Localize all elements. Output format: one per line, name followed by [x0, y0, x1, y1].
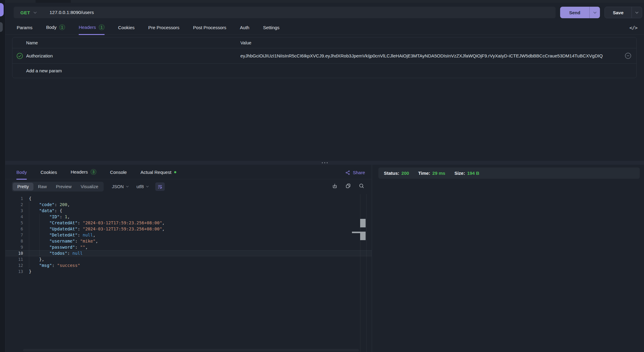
param-name[interactable]: Authorization: [26, 53, 240, 58]
code-line-6: 6 "UpdatedAt": "2024-03-12T17:59:23.256+…: [5, 226, 372, 232]
collapsed-sidebar: [0, 0, 5, 352]
send-options-button[interactable]: [589, 7, 600, 18]
chevron-down-icon: [146, 185, 149, 187]
request-tab-params[interactable]: Params: [17, 25, 33, 35]
save-options-button[interactable]: [632, 7, 642, 18]
sidebar-active-handle[interactable]: [0, 3, 4, 16]
send-button[interactable]: Send: [560, 7, 589, 18]
indent-guide: [29, 208, 29, 214]
view-mode-pretty[interactable]: Pretty: [13, 183, 33, 191]
code-line-8: 8 "username": "mike",: [5, 238, 372, 244]
response-tab-cookies[interactable]: Cookies: [40, 170, 57, 180]
response-toolbar: PrettyRawPreviewVisualize JSON utf8: [5, 179, 372, 194]
send-split-button: Send: [560, 7, 600, 18]
tab-label: Console: [110, 170, 127, 175]
add-param-row[interactable]: Add a new param: [12, 63, 636, 78]
code-line-10: 10 "todos": null: [5, 250, 372, 256]
request-response-pane: GET Send Save ParamsBody1Headers1Cookies…: [5, 3, 644, 352]
remove-param-button[interactable]: [619, 52, 636, 59]
overview-ruler-mark: [360, 232, 366, 240]
view-mode-visualize[interactable]: Visualize: [76, 183, 103, 191]
request-tab-headers[interactable]: Headers1: [79, 24, 105, 35]
tab-label: Post Processors: [193, 25, 226, 30]
code-content: "CreatedAt": "2024-03-12T17:59:23.256+08…: [29, 220, 165, 226]
check-circle-icon: [16, 53, 23, 59]
download-response-button[interactable]: [332, 183, 338, 189]
request-tab-post-processors[interactable]: Post Processors: [193, 25, 226, 35]
request-tab-body[interactable]: Body1: [46, 24, 65, 35]
download-icon: [332, 183, 338, 189]
name-column-header: Name: [26, 40, 240, 45]
code-content: "data": {: [29, 208, 62, 214]
url-input[interactable]: [50, 10, 551, 15]
line-number: 12: [5, 262, 23, 268]
param-enabled-checkbox[interactable]: [12, 53, 26, 59]
response-tab-body[interactable]: Body: [16, 170, 27, 180]
code-line-5: 5 "CreatedAt": "2024-03-12T17:59:23.256+…: [5, 220, 372, 226]
code-content: "ID": 1,: [29, 214, 70, 220]
save-button[interactable]: Save: [605, 7, 632, 18]
line-number: 13: [5, 268, 23, 274]
pane-splitter[interactable]: [5, 161, 644, 165]
method-select[interactable]: GET: [20, 10, 50, 15]
search-response-button[interactable]: [359, 183, 364, 189]
line-number: 3: [5, 208, 23, 214]
response-time: Time: 29 ms: [418, 171, 445, 176]
param-value[interactable]: eyJhbGciOiJIUzI1NiIsInR5cCI6IkpXVCJ9.eyJ…: [240, 53, 619, 58]
code-content: {: [29, 195, 31, 202]
tab-label: Headers: [71, 169, 88, 174]
tab-label: Auth: [240, 25, 250, 30]
indent-guide: [29, 250, 29, 256]
url-bar: GET: [14, 7, 556, 18]
line-number: 7: [5, 232, 23, 238]
copy-response-button[interactable]: [345, 183, 351, 189]
sidebar-handle[interactable]: [0, 22, 3, 32]
request-pane-empty-space: [5, 78, 644, 161]
response-section: BodyCookiesHeaders3ConsoleActual Request…: [5, 165, 644, 352]
line-number: 5: [5, 220, 23, 226]
overview-ruler-mark: [360, 219, 366, 227]
code-line-7: 7 "DeletedAt": null,: [5, 232, 372, 238]
share-button[interactable]: Share: [345, 170, 365, 175]
language-select[interactable]: JSON: [112, 184, 128, 189]
word-wrap-icon: [157, 184, 163, 189]
indent-guide: [39, 214, 40, 220]
code-line-9: 9 "password": "",: [5, 244, 372, 250]
response-tab-headers[interactable]: Headers3: [71, 169, 96, 180]
request-tab-pre-processors[interactable]: Pre Processors: [148, 25, 180, 35]
line-number: 11: [5, 256, 23, 262]
method-label: GET: [20, 10, 30, 15]
word-wrap-toggle[interactable]: [155, 182, 165, 191]
indent-guide: [29, 256, 29, 262]
encoding-select[interactable]: utf8: [136, 184, 148, 189]
code-line-3: 3 "data": {: [5, 208, 372, 214]
generate-code-icon[interactable]: </>: [629, 25, 637, 31]
line-number: 6: [5, 226, 23, 232]
tab-label: Params: [17, 25, 33, 30]
request-tab-cookies[interactable]: Cookies: [118, 25, 135, 35]
line-number: 2: [5, 202, 23, 208]
table-row-authorization: Authorization eyJhbGciOiJIUzI1NiIsInR5cC…: [12, 48, 636, 63]
response-body-editor[interactable]: 1{2 "code": 200,3 "data": {4 "ID": 1,5 "…: [5, 194, 372, 352]
code-content: "DeletedAt": null,: [29, 232, 95, 238]
code-line-2: 2 "code": 200,: [5, 202, 372, 208]
response-tab-actual-request[interactable]: Actual Request: [140, 170, 176, 180]
indent-guide: [29, 214, 29, 220]
view-mode-preview[interactable]: Preview: [51, 183, 76, 191]
tab-label: Cookies: [40, 170, 57, 175]
api-client-window: GET Send Save ParamsBody1Headers1Cookies…: [0, 0, 644, 352]
response-tabs: BodyCookiesHeaders3ConsoleActual Request…: [5, 165, 372, 179]
horizontal-scrollbar[interactable]: [23, 349, 359, 351]
response-tab-console[interactable]: Console: [110, 170, 127, 180]
indent-guide: [29, 220, 29, 226]
request-tab-auth[interactable]: Auth: [240, 25, 250, 35]
indent-guide: [39, 226, 40, 232]
code-line-12: 12 "msg": "success": [5, 262, 372, 268]
view-mode-raw[interactable]: Raw: [33, 183, 51, 191]
indent-guide: [29, 244, 29, 250]
request-tab-settings[interactable]: Settings: [263, 25, 279, 35]
code-content: }: [29, 268, 31, 274]
count-badge: 3: [91, 169, 96, 175]
tab-label: Cookies: [118, 25, 135, 30]
indent-guide: [39, 244, 40, 250]
